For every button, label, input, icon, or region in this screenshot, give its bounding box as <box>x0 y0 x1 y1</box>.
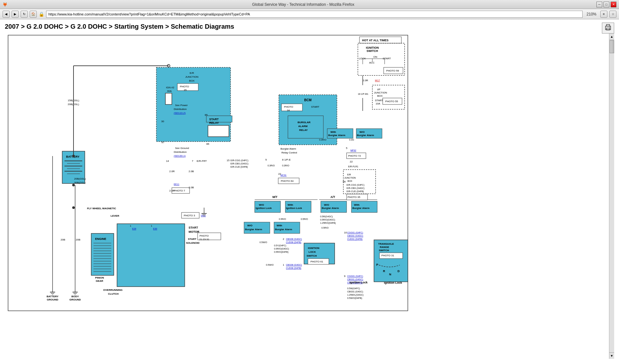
05ro-d4fb-label: 0.5R/O(D4FB) <box>274 251 289 253</box>
scroll-up-button[interactable]: ▲ <box>609 34 614 40</box>
burglar-relay-ctrl-label2: Relay Control <box>281 151 297 154</box>
acc-label: ACC <box>369 61 375 64</box>
10-label: 10 <box>344 231 347 234</box>
cgg01-link1[interactable]: CGG01 (G4FC) <box>347 231 363 234</box>
03g-label: 0.3G <box>349 139 354 141</box>
ip-m1-label1: 18 1/P-M1 <box>358 93 368 95</box>
minimize-button[interactable]: ─ <box>596 2 602 7</box>
cbg01-link2[interactable]: CBG01 (G4GC) <box>347 278 363 281</box>
mt-label: M/T <box>272 195 278 199</box>
body-ground-label1: BODY <box>71 295 79 298</box>
m17-link[interactable]: M17 <box>375 79 380 82</box>
scrollbar[interactable]: ▲ ▼ <box>609 34 614 359</box>
cud08-link2[interactable]: CUD08 (D4FB) <box>286 267 301 270</box>
transaxle-label2: RANGE <box>380 246 389 249</box>
03ro-label2: 0.3R/O <box>282 164 290 167</box>
svg-rect-78 <box>327 129 353 138</box>
p-label: P <box>376 263 378 266</box>
body-ground-label2: GROUND <box>69 298 81 301</box>
wo-ignition-label2: Ignition Lock <box>256 207 272 210</box>
sd110-2-link[interactable]: (SD110-2) <box>174 112 186 114</box>
battery-ground-label1: BATTERY <box>47 295 59 298</box>
05y-g4fc-label: 0.5Y(G4FC) <box>274 244 286 247</box>
back-button[interactable]: ◀ <box>3 11 10 18</box>
cbg01-link1[interactable]: CBG01 (G4GC) <box>347 235 363 237</box>
30a-label: 30A <box>167 90 172 93</box>
forward-button[interactable]: ▶ <box>12 11 19 18</box>
ignition-lock-label1: Ignition Lock <box>349 281 368 284</box>
engine-label: ENGINE <box>95 237 106 241</box>
cbg08-link1[interactable]: CBG08 (G4GC) <box>286 238 302 241</box>
svg-rect-43 <box>117 224 185 287</box>
diagram-container: HOT AT ALL TIMES IGNITION SWITCH LOCK ON… <box>5 34 609 359</box>
mf92-link[interactable]: MF92 <box>350 149 356 152</box>
wo-burglar-mt-label2: Burglar Alarm <box>245 228 262 231</box>
photo-21-label: PHOTO <box>200 234 209 237</box>
svg-rect-1 <box>606 25 610 26</box>
flywheel-label: FLY WHEEL MAGNETIC <box>87 207 116 210</box>
svg-rect-19 <box>165 93 172 104</box>
cud01-link1[interactable]: CUD01 (D4FB) <box>347 238 362 241</box>
burglar-relay-ctrl-label1: Burglar Alarm <box>280 147 296 150</box>
n-label: N <box>389 273 391 276</box>
05w-g4fc-label: 0.5W(G4FC) <box>347 287 360 290</box>
at-label: A/T <box>330 195 335 199</box>
sd130-1-link[interactable]: (SD130-1) <box>174 154 186 157</box>
ignition-lock-switch-label3: SWITCH <box>307 254 317 257</box>
clutch-label: CLUTCH <box>108 292 119 295</box>
ee11-link[interactable]: EE11 <box>174 183 179 185</box>
2-label: 2 <box>283 238 284 241</box>
scroll-down-button[interactable]: ▼ <box>609 352 614 359</box>
photo34-label: PHOTO <box>284 105 293 108</box>
ip-junction-label1: I/P <box>377 88 380 91</box>
page-title: 2007 > G 2.0 DOHC > G 2.0 DOHC > Startin… <box>5 23 234 30</box>
cgg01-link2[interactable]: CGG01 (G4FC) <box>347 275 363 278</box>
wo-ignition-label1: W/O <box>259 203 264 206</box>
close-button[interactable]: ✕ <box>611 2 616 7</box>
e29-link[interactable]: E29 <box>132 228 136 230</box>
address-bar[interactable] <box>46 11 583 18</box>
cbg08-link2[interactable]: CBG08 (G4GC) <box>286 264 302 266</box>
05wo-label1: 0.5W/O <box>260 241 267 243</box>
1-label: 1 <box>283 263 284 266</box>
cud08-link1[interactable]: CUD08 (D4FB) <box>286 241 301 244</box>
mc91-link[interactable]: MC91 <box>280 174 287 176</box>
wo-burglar-ipm-label1: W/O <box>359 131 365 133</box>
scroll-thumb[interactable] <box>610 40 614 53</box>
schematic-diagram: HOT AT ALL TIMES IGNITION SWITCH LOCK ON… <box>5 34 411 314</box>
wo-burglar-ipm-label2: Burglar Alarm <box>357 134 374 137</box>
start-solenoid-label2: SOLENOID <box>186 241 200 244</box>
er-junction-label1: E/R <box>190 72 194 74</box>
er-junction-label3: BOX <box>189 79 195 82</box>
20b-label2: 2.0B <box>189 186 194 189</box>
with-ignition-label2: Ignition Lock <box>286 207 302 210</box>
home-button[interactable]: 🏠 <box>30 11 37 18</box>
secure-icon: 🔒 <box>39 12 44 17</box>
maximize-button[interactable]: □ <box>604 2 609 7</box>
see-ground-label: See Ground <box>175 147 189 150</box>
5-right-label: 5 <box>346 147 348 150</box>
03ro-label1: 0.3R/O <box>268 164 275 167</box>
86-label: 86 <box>206 143 209 145</box>
start-solenoid-label1: START <box>188 238 196 241</box>
wo-burglar-at-label1: W/O <box>324 203 329 206</box>
e30-link[interactable]: E30 <box>153 228 157 230</box>
menu-button[interactable]: ≡ <box>600 11 607 18</box>
bcm-label: BCM <box>304 98 312 102</box>
photo35-r-label: PHOTO 35 <box>348 196 360 199</box>
print-button[interactable] <box>602 23 614 34</box>
ip-junction-label3: BOX <box>377 94 383 97</box>
pinion-gear-label: PINION <box>95 276 104 279</box>
refresh-button[interactable]: ↻ <box>21 11 28 18</box>
er-cbg-label1: E/R-CBG (G4GC) <box>231 162 249 165</box>
05wo-d4fb-label: 0.5W/O(D4FB) <box>347 297 362 300</box>
photo55-label: PHOTO 55 <box>385 100 398 103</box>
see-power-label: See Power <box>175 104 188 107</box>
browser-titlebar: 🦊 Global Service Way - Technical Informa… <box>0 0 619 9</box>
ignition-lock-switch-label2: LOCK <box>309 251 316 253</box>
photo59-label: PHOTO 59 <box>386 69 399 72</box>
star-button[interactable]: ☆ <box>609 11 616 18</box>
ign2-label: IGN #2 <box>166 86 174 89</box>
photo61-label: PHOTO 61 <box>310 260 323 263</box>
start-motor-label1: START <box>189 226 198 229</box>
